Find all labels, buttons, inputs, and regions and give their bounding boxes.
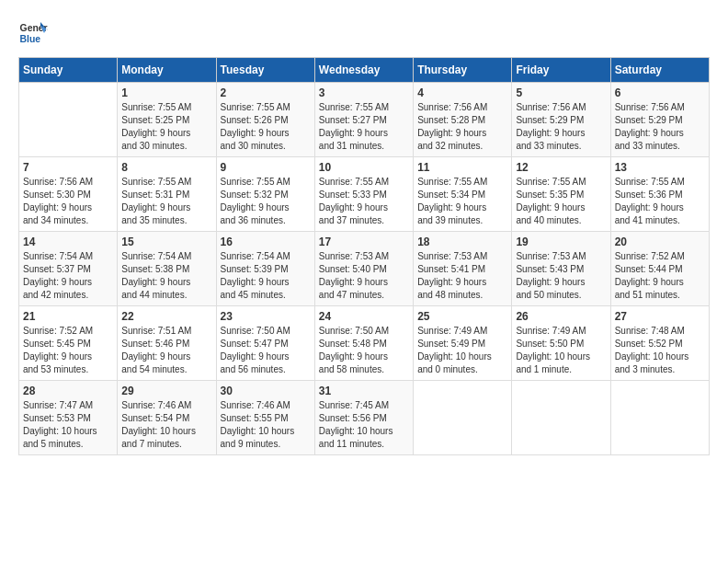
day-info: Sunrise: 7:55 AM Sunset: 5:36 PM Dayligh… (615, 176, 705, 227)
day-number: 5 (516, 86, 606, 99)
day-info: Sunrise: 7:50 AM Sunset: 5:47 PM Dayligh… (221, 325, 311, 376)
day-number: 17 (319, 236, 409, 248)
day-info: Sunrise: 7:54 AM Sunset: 5:39 PM Dayligh… (221, 250, 311, 302)
day-cell: 23Sunrise: 7:50 AM Sunset: 5:47 PM Dayli… (216, 306, 314, 381)
logo-icon: General Blue (18, 18, 48, 48)
day-info: Sunrise: 7:55 AM Sunset: 5:31 PM Dayligh… (121, 176, 211, 227)
day-cell (414, 381, 512, 455)
day-cell (512, 381, 610, 455)
day-info: Sunrise: 7:48 AM Sunset: 5:52 PM Dayligh… (615, 325, 705, 376)
day-number: 24 (319, 310, 409, 323)
weekday-header-row: SundayMondayTuesdayWednesdayThursdayFrid… (19, 58, 710, 83)
week-row-2: 7Sunrise: 7:56 AM Sunset: 5:30 PM Daylig… (19, 157, 710, 232)
day-number: 4 (417, 86, 507, 99)
day-info: Sunrise: 7:47 AM Sunset: 5:53 PM Dayligh… (23, 399, 113, 451)
day-cell: 7Sunrise: 7:56 AM Sunset: 5:30 PM Daylig… (19, 157, 118, 232)
day-number: 25 (417, 310, 507, 323)
day-number: 14 (23, 236, 113, 248)
day-info: Sunrise: 7:56 AM Sunset: 5:30 PM Dayligh… (23, 176, 113, 227)
day-info: Sunrise: 7:52 AM Sunset: 5:44 PM Dayligh… (615, 250, 705, 302)
week-row-1: 1Sunrise: 7:55 AM Sunset: 5:25 PM Daylig… (19, 83, 710, 157)
day-info: Sunrise: 7:55 AM Sunset: 5:34 PM Dayligh… (417, 176, 507, 227)
day-cell: 13Sunrise: 7:55 AM Sunset: 5:36 PM Dayli… (610, 157, 709, 232)
day-number: 8 (121, 161, 211, 174)
day-cell: 24Sunrise: 7:50 AM Sunset: 5:48 PM Dayli… (314, 306, 413, 381)
weekday-friday: Friday (512, 58, 610, 83)
day-number: 22 (121, 310, 211, 323)
day-info: Sunrise: 7:53 AM Sunset: 5:43 PM Dayligh… (516, 250, 606, 302)
day-info: Sunrise: 7:46 AM Sunset: 5:55 PM Dayligh… (221, 399, 311, 451)
day-cell: 4Sunrise: 7:56 AM Sunset: 5:28 PM Daylig… (414, 83, 512, 157)
day-number: 2 (221, 86, 311, 99)
day-cell: 27Sunrise: 7:48 AM Sunset: 5:52 PM Dayli… (610, 306, 709, 381)
day-info: Sunrise: 7:54 AM Sunset: 5:37 PM Dayligh… (23, 250, 113, 302)
day-number: 20 (615, 236, 705, 248)
day-number: 15 (121, 236, 211, 248)
calendar-body: 1Sunrise: 7:55 AM Sunset: 5:25 PM Daylig… (19, 83, 710, 455)
day-cell: 6Sunrise: 7:56 AM Sunset: 5:29 PM Daylig… (610, 83, 709, 157)
day-cell: 1Sunrise: 7:55 AM Sunset: 5:25 PM Daylig… (118, 83, 216, 157)
day-info: Sunrise: 7:54 AM Sunset: 5:38 PM Dayligh… (121, 250, 211, 302)
page-header: General Blue (18, 18, 710, 48)
day-cell: 30Sunrise: 7:46 AM Sunset: 5:55 PM Dayli… (216, 381, 314, 455)
day-cell: 16Sunrise: 7:54 AM Sunset: 5:39 PM Dayli… (216, 232, 314, 306)
week-row-4: 21Sunrise: 7:52 AM Sunset: 5:45 PM Dayli… (19, 306, 710, 381)
day-info: Sunrise: 7:55 AM Sunset: 5:35 PM Dayligh… (516, 176, 606, 227)
day-number: 6 (615, 86, 705, 99)
day-info: Sunrise: 7:56 AM Sunset: 5:28 PM Dayligh… (417, 101, 507, 153)
day-cell: 15Sunrise: 7:54 AM Sunset: 5:38 PM Dayli… (118, 232, 216, 306)
day-info: Sunrise: 7:46 AM Sunset: 5:54 PM Dayligh… (121, 399, 211, 451)
day-info: Sunrise: 7:55 AM Sunset: 5:33 PM Dayligh… (319, 176, 409, 227)
day-cell: 8Sunrise: 7:55 AM Sunset: 5:31 PM Daylig… (118, 157, 216, 232)
day-number: 18 (417, 236, 507, 248)
day-cell: 31Sunrise: 7:45 AM Sunset: 5:56 PM Dayli… (314, 381, 413, 455)
day-cell (610, 381, 709, 455)
day-info: Sunrise: 7:55 AM Sunset: 5:32 PM Dayligh… (221, 176, 311, 227)
day-cell: 22Sunrise: 7:51 AM Sunset: 5:46 PM Dayli… (118, 306, 216, 381)
day-cell: 10Sunrise: 7:55 AM Sunset: 5:33 PM Dayli… (314, 157, 413, 232)
day-info: Sunrise: 7:55 AM Sunset: 5:26 PM Dayligh… (221, 101, 311, 153)
day-info: Sunrise: 7:52 AM Sunset: 5:45 PM Dayligh… (23, 325, 113, 376)
weekday-tuesday: Tuesday (216, 58, 314, 83)
day-info: Sunrise: 7:51 AM Sunset: 5:46 PM Dayligh… (121, 325, 211, 376)
calendar-table: SundayMondayTuesdayWednesdayThursdayFrid… (18, 57, 710, 455)
day-number: 12 (516, 161, 606, 174)
day-info: Sunrise: 7:56 AM Sunset: 5:29 PM Dayligh… (516, 101, 606, 153)
day-cell (19, 83, 118, 157)
day-info: Sunrise: 7:55 AM Sunset: 5:27 PM Dayligh… (319, 101, 409, 153)
svg-text:Blue: Blue (20, 34, 41, 44)
day-cell: 2Sunrise: 7:55 AM Sunset: 5:26 PM Daylig… (216, 83, 314, 157)
day-number: 3 (319, 86, 409, 99)
day-info: Sunrise: 7:53 AM Sunset: 5:41 PM Dayligh… (417, 250, 507, 302)
day-number: 9 (221, 161, 311, 174)
day-number: 10 (319, 161, 409, 174)
day-cell: 21Sunrise: 7:52 AM Sunset: 5:45 PM Dayli… (19, 306, 118, 381)
day-number: 31 (319, 385, 409, 397)
day-info: Sunrise: 7:53 AM Sunset: 5:40 PM Dayligh… (319, 250, 409, 302)
day-number: 1 (121, 86, 211, 99)
day-number: 16 (221, 236, 311, 248)
weekday-sunday: Sunday (19, 58, 118, 83)
day-number: 30 (221, 385, 311, 397)
day-cell: 9Sunrise: 7:55 AM Sunset: 5:32 PM Daylig… (216, 157, 314, 232)
day-cell: 14Sunrise: 7:54 AM Sunset: 5:37 PM Dayli… (19, 232, 118, 306)
day-cell: 20Sunrise: 7:52 AM Sunset: 5:44 PM Dayli… (610, 232, 709, 306)
day-cell: 25Sunrise: 7:49 AM Sunset: 5:49 PM Dayli… (414, 306, 512, 381)
day-cell: 3Sunrise: 7:55 AM Sunset: 5:27 PM Daylig… (314, 83, 413, 157)
day-cell: 17Sunrise: 7:53 AM Sunset: 5:40 PM Dayli… (314, 232, 413, 306)
day-info: Sunrise: 7:55 AM Sunset: 5:25 PM Dayligh… (121, 101, 211, 153)
day-info: Sunrise: 7:49 AM Sunset: 5:49 PM Dayligh… (417, 325, 507, 376)
day-number: 11 (417, 161, 507, 174)
day-info: Sunrise: 7:50 AM Sunset: 5:48 PM Dayligh… (319, 325, 409, 376)
day-info: Sunrise: 7:45 AM Sunset: 5:56 PM Dayligh… (319, 399, 409, 451)
day-number: 27 (615, 310, 705, 323)
day-cell: 5Sunrise: 7:56 AM Sunset: 5:29 PM Daylig… (512, 83, 610, 157)
day-cell: 28Sunrise: 7:47 AM Sunset: 5:53 PM Dayli… (19, 381, 118, 455)
day-cell: 19Sunrise: 7:53 AM Sunset: 5:43 PM Dayli… (512, 232, 610, 306)
logo: General Blue (18, 18, 48, 48)
day-number: 21 (23, 310, 113, 323)
day-info: Sunrise: 7:56 AM Sunset: 5:29 PM Dayligh… (615, 101, 705, 153)
day-number: 7 (23, 161, 113, 174)
day-number: 19 (516, 236, 606, 248)
weekday-thursday: Thursday (414, 58, 512, 83)
